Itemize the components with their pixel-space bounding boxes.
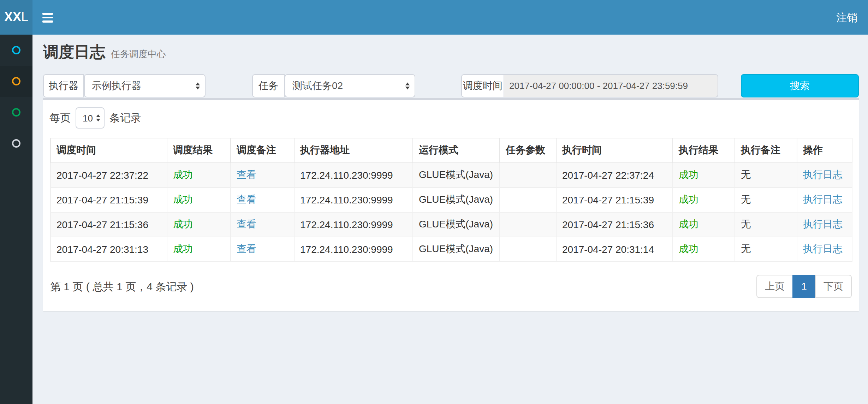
run-mode-text: GLUE模式(Java) <box>419 169 493 180</box>
prev-page-button[interactable]: 上页 <box>756 275 793 298</box>
logo-text-bold: XX <box>4 10 21 25</box>
exec-note-text: 无 <box>741 243 751 254</box>
cell-run-mode: GLUE模式(Java) <box>413 163 500 188</box>
col-header-run-mode: 运行模式 <box>413 138 500 163</box>
cell-dispatch-note: 查看 <box>231 163 294 188</box>
cell-dispatch-note: 查看 <box>231 212 294 237</box>
exec-time-text: 2017-04-27 21:15:36 <box>562 219 654 230</box>
app-window: XXL 注销 调度日志任务调度中心 执行器 示例执行器 任务 测试任务02 调度… <box>0 0 868 404</box>
cell-dispatch-note: 查看 <box>231 237 294 262</box>
per-page-select[interactable]: 10 <box>76 107 105 129</box>
exec-note-text: 无 <box>741 218 751 230</box>
col-header-dispatch-result: 调度结果 <box>167 138 231 163</box>
hamburger-icon <box>42 13 53 24</box>
cell-dispatch-time: 2017-04-27 20:31:13 <box>50 237 167 262</box>
circle-outline-icon <box>12 139 20 148</box>
cell-exec-time: 2017-04-27 20:31:14 <box>556 237 673 262</box>
circle-outline-icon <box>12 77 20 85</box>
cell-dispatch-result: 成功 <box>167 237 231 262</box>
action-link[interactable]: 执行日志 <box>803 169 843 180</box>
search-button[interactable]: 搜索 <box>741 74 859 97</box>
exec-result-text: 成功 <box>679 169 698 180</box>
exec-result-text: 成功 <box>679 243 698 254</box>
cell-job-param <box>500 163 556 188</box>
dispatch-note-link[interactable]: 查看 <box>237 218 256 230</box>
dispatch-note-link[interactable]: 查看 <box>237 194 256 205</box>
time-range-input[interactable]: 2017-04-27 00:00:00 - 2017-04-27 23:59:5… <box>504 74 718 97</box>
executor-address-text: 172.24.110.230:9999 <box>300 244 393 255</box>
cell-exec-note: 无 <box>735 163 797 188</box>
dispatch-note-link[interactable]: 查看 <box>237 169 256 180</box>
executor-select[interactable]: 示例执行器 <box>84 74 206 97</box>
executor-address-text: 172.24.110.230:9999 <box>300 170 393 181</box>
exec-note-text: 无 <box>741 194 751 205</box>
run-mode-text: GLUE模式(Java) <box>419 194 493 205</box>
cell-job-param <box>500 212 556 237</box>
cell-run-mode: GLUE模式(Java) <box>413 237 500 262</box>
log-panel: 每页 10 条记录 调度时间调度结果调度备注执行器地址运行模式任务参数执行时间执… <box>43 98 859 311</box>
action-link[interactable]: 执行日志 <box>803 218 843 230</box>
executor-filter-label: 执行器 <box>43 74 84 97</box>
cell-exec-result: 成功 <box>673 212 735 237</box>
sidebar-item-2[interactable] <box>0 66 32 97</box>
cell-job-param <box>500 237 556 262</box>
log-table: 调度时间调度结果调度备注执行器地址运行模式任务参数执行时间执行结果执行备注操作2… <box>50 138 852 262</box>
log-table-row: 2017-04-27 22:37:22成功查看172.24.110.230:99… <box>50 163 852 188</box>
select-arrows-icon <box>196 82 200 90</box>
cell-executor-address: 172.24.110.230:9999 <box>294 237 413 262</box>
cell-exec-note: 无 <box>735 188 797 212</box>
col-header-executor-address: 执行器地址 <box>294 138 413 163</box>
page-title: 调度日志 <box>43 43 105 61</box>
dispatch-result-text: 成功 <box>173 243 193 254</box>
cell-exec-result: 成功 <box>673 237 735 262</box>
content-area: 调度日志任务调度中心 执行器 示例执行器 任务 测试任务02 调度时间 2017… <box>32 35 868 404</box>
col-header-exec-result: 执行结果 <box>673 138 735 163</box>
cell-dispatch-time: 2017-04-27 21:15:36 <box>50 212 167 237</box>
exec-result-text: 成功 <box>679 194 698 205</box>
per-page-prefix: 每页 <box>49 111 71 125</box>
action-link[interactable]: 执行日志 <box>803 243 843 254</box>
cell-dispatch-note: 查看 <box>231 188 294 212</box>
dispatch-note-link[interactable]: 查看 <box>237 243 256 254</box>
cell-dispatch-result: 成功 <box>167 212 231 237</box>
sidebar-item-3[interactable] <box>0 97 32 128</box>
pagination-bar: 第 1 页 ( 总共 1 页，4 条记录 ) 上页 1 下页 <box>50 275 852 298</box>
exec-time-text: 2017-04-27 20:31:14 <box>562 244 654 255</box>
time-filter-label: 调度时间 <box>461 74 504 97</box>
exec-time-text: 2017-04-27 21:15:39 <box>562 194 654 206</box>
col-header-action: 操作 <box>797 138 852 163</box>
sidebar-item-1[interactable] <box>0 35 32 66</box>
top-navbar: XXL 注销 <box>0 0 868 35</box>
per-page-value: 10 <box>83 113 93 123</box>
cell-exec-time: 2017-04-27 22:37:24 <box>556 163 673 188</box>
action-link[interactable]: 执行日志 <box>803 194 843 205</box>
col-header-exec-time: 执行时间 <box>556 138 673 163</box>
next-page-button[interactable]: 下页 <box>815 275 852 298</box>
job-select[interactable]: 测试任务02 <box>285 74 415 97</box>
executor-address-text: 172.24.110.230:9999 <box>300 219 393 230</box>
cell-action: 执行日志 <box>797 188 852 212</box>
page-1-button[interactable]: 1 <box>792 275 816 298</box>
cell-dispatch-time: 2017-04-27 21:15:39 <box>50 188 167 212</box>
executor-select-value: 示例执行器 <box>92 79 141 92</box>
col-header-dispatch-time: 调度时间 <box>50 138 167 163</box>
select-arrows-icon <box>405 82 410 90</box>
cell-executor-address: 172.24.110.230:9999 <box>294 188 413 212</box>
dispatch-result-text: 成功 <box>173 194 193 205</box>
exec-note-text: 无 <box>741 169 751 180</box>
run-mode-text: GLUE模式(Java) <box>419 243 493 254</box>
col-header-exec-note: 执行备注 <box>735 138 797 163</box>
logout-link[interactable]: 注销 <box>836 0 857 35</box>
log-table-row: 2017-04-27 20:31:13成功查看172.24.110.230:99… <box>50 237 852 262</box>
job-select-value: 测试任务02 <box>292 79 343 92</box>
pagination-info: 第 1 页 ( 总共 1 页，4 条记录 ) <box>50 275 194 298</box>
cell-exec-note: 无 <box>735 212 797 237</box>
dispatch-time-text: 2017-04-27 22:37:22 <box>57 170 148 181</box>
app-logo[interactable]: XXL <box>0 0 32 35</box>
cell-action: 执行日志 <box>797 237 852 262</box>
executor-address-text: 172.24.110.230:9999 <box>300 194 393 206</box>
job-filter-label: 任务 <box>252 74 285 97</box>
page-subtitle: 任务调度中心 <box>111 49 166 59</box>
sidebar-toggle-button[interactable] <box>32 0 64 35</box>
sidebar-item-4[interactable] <box>0 128 32 159</box>
